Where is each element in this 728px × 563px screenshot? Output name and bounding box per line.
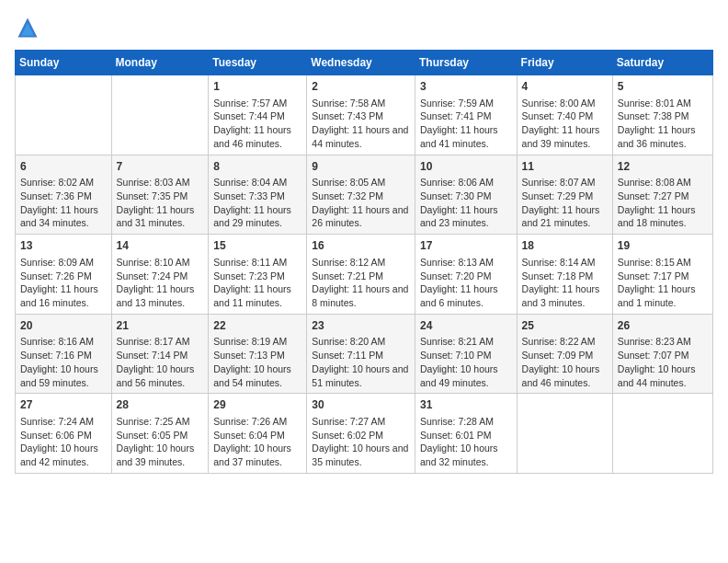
day-number: 12: [618, 159, 708, 175]
day-info: Sunset: 7:18 PM: [522, 270, 608, 283]
calendar-cell: 13Sunrise: 8:09 AMSunset: 7:26 PMDayligh…: [16, 235, 112, 315]
week-row-5: 27Sunrise: 7:24 AMSunset: 6:06 PMDayligh…: [16, 394, 713, 474]
day-info: Sunset: 7:33 PM: [213, 190, 301, 203]
day-info: Sunset: 6:01 PM: [420, 429, 512, 442]
day-number: 8: [213, 159, 301, 175]
day-info: Sunrise: 8:15 AM: [618, 256, 708, 270]
calendar-cell: [612, 394, 712, 474]
calendar-cell: 27Sunrise: 7:24 AMSunset: 6:06 PMDayligh…: [16, 394, 112, 474]
day-info: Sunrise: 8:06 AM: [420, 176, 512, 190]
day-number: 22: [213, 318, 301, 334]
day-info: Sunrise: 8:05 AM: [312, 176, 410, 190]
day-number: 16: [312, 238, 410, 254]
calendar-cell: 20Sunrise: 8:16 AMSunset: 7:16 PMDayligh…: [16, 314, 112, 394]
day-info: Sunset: 7:07 PM: [618, 349, 708, 362]
day-info: Sunrise: 7:57 AM: [213, 97, 301, 110]
day-number: 2: [312, 79, 410, 95]
calendar-cell: 19Sunrise: 8:15 AMSunset: 7:17 PMDayligh…: [612, 235, 712, 315]
day-info: Sunset: 7:40 PM: [522, 109, 608, 123]
calendar-header-row: SundayMondayTuesdayWednesdayThursdayFrid…: [16, 51, 713, 75]
day-number: 9: [312, 159, 410, 175]
day-info: Sunrise: 8:01 AM: [618, 97, 708, 110]
calendar-cell: 3Sunrise: 7:59 AMSunset: 7:41 PMDaylight…: [415, 75, 517, 155]
day-info: Daylight: 11 hours and 21 minutes.: [522, 203, 608, 230]
day-info: Sunset: 6:04 PM: [213, 429, 301, 442]
day-info: Sunset: 7:23 PM: [213, 270, 301, 283]
day-info: Sunrise: 7:59 AM: [420, 97, 512, 110]
day-number: 26: [618, 318, 708, 334]
column-header-sunday: Sunday: [16, 51, 112, 75]
day-info: Daylight: 11 hours and 16 minutes.: [20, 282, 107, 309]
day-number: 13: [20, 238, 107, 254]
calendar-cell: 8Sunrise: 8:04 AMSunset: 7:33 PMDaylight…: [209, 155, 307, 235]
day-number: 19: [618, 238, 708, 254]
column-header-saturday: Saturday: [612, 51, 712, 75]
day-number: 17: [420, 238, 512, 254]
day-info: Daylight: 11 hours and 3 minutes.: [522, 282, 608, 309]
day-info: Daylight: 11 hours and 39 minutes.: [522, 123, 608, 150]
day-number: 25: [522, 318, 608, 334]
calendar-table: SundayMondayTuesdayWednesdayThursdayFrid…: [15, 50, 713, 474]
calendar-cell: 17Sunrise: 8:13 AMSunset: 7:20 PMDayligh…: [415, 235, 517, 315]
day-number: 14: [117, 238, 204, 254]
day-number: 5: [618, 79, 708, 95]
calendar-cell: 2Sunrise: 7:58 AMSunset: 7:43 PMDaylight…: [307, 75, 415, 155]
day-info: Sunrise: 8:02 AM: [20, 176, 107, 190]
column-header-wednesday: Wednesday: [307, 51, 415, 75]
day-info: Sunset: 7:30 PM: [420, 190, 512, 203]
column-header-tuesday: Tuesday: [209, 51, 307, 75]
day-number: 15: [213, 238, 301, 254]
day-info: Daylight: 11 hours and 11 minutes.: [213, 282, 301, 309]
day-info: Daylight: 10 hours and 35 minutes.: [312, 442, 410, 468]
day-info: Sunset: 7:44 PM: [213, 109, 301, 123]
week-row-2: 6Sunrise: 8:02 AMSunset: 7:36 PMDaylight…: [16, 155, 713, 235]
day-number: 18: [522, 238, 608, 254]
day-info: Sunrise: 8:17 AM: [117, 335, 204, 349]
calendar-cell: [111, 75, 209, 155]
week-row-1: 1Sunrise: 7:57 AMSunset: 7:44 PMDaylight…: [16, 75, 713, 155]
page-header: [15, 15, 713, 40]
day-info: Daylight: 11 hours and 13 minutes.: [117, 282, 204, 309]
day-info: Daylight: 11 hours and 18 minutes.: [618, 203, 708, 230]
day-info: Sunrise: 8:13 AM: [420, 256, 512, 270]
day-number: 23: [312, 318, 410, 334]
day-number: 31: [420, 397, 512, 413]
day-number: 11: [522, 159, 608, 175]
calendar-cell: 25Sunrise: 8:22 AMSunset: 7:09 PMDayligh…: [517, 314, 612, 394]
day-info: Daylight: 10 hours and 51 minutes.: [312, 362, 410, 389]
calendar-cell: 15Sunrise: 8:11 AMSunset: 7:23 PMDayligh…: [209, 235, 307, 315]
day-info: Daylight: 11 hours and 34 minutes.: [20, 203, 107, 230]
calendar-cell: [16, 75, 112, 155]
day-number: 10: [420, 159, 512, 175]
calendar-cell: 23Sunrise: 8:20 AMSunset: 7:11 PMDayligh…: [307, 314, 415, 394]
day-info: Sunrise: 8:23 AM: [618, 335, 708, 349]
day-info: Sunrise: 8:19 AM: [213, 335, 301, 349]
calendar-cell: 16Sunrise: 8:12 AMSunset: 7:21 PMDayligh…: [307, 235, 415, 315]
day-number: 27: [20, 397, 107, 413]
day-number: 20: [20, 318, 107, 334]
column-header-friday: Friday: [517, 51, 612, 75]
calendar-cell: 26Sunrise: 8:23 AMSunset: 7:07 PMDayligh…: [612, 314, 712, 394]
day-info: Sunset: 7:38 PM: [618, 109, 708, 123]
day-number: 30: [312, 397, 410, 413]
day-info: Sunset: 7:24 PM: [117, 270, 204, 283]
day-info: Sunset: 7:41 PM: [420, 109, 512, 123]
day-number: 6: [20, 159, 107, 175]
day-info: Sunrise: 8:04 AM: [213, 176, 301, 190]
day-info: Sunset: 6:05 PM: [117, 429, 204, 442]
day-number: 7: [117, 159, 204, 175]
day-number: 29: [213, 397, 301, 413]
calendar-cell: 6Sunrise: 8:02 AMSunset: 7:36 PMDaylight…: [16, 155, 112, 235]
day-info: Sunset: 7:17 PM: [618, 270, 708, 283]
day-info: Daylight: 11 hours and 29 minutes.: [213, 203, 301, 230]
day-info: Sunrise: 8:07 AM: [522, 176, 608, 190]
day-info: Sunset: 7:16 PM: [20, 349, 107, 362]
calendar-cell: 5Sunrise: 8:01 AMSunset: 7:38 PMDaylight…: [612, 75, 712, 155]
day-info: Daylight: 11 hours and 1 minute.: [618, 282, 708, 309]
day-info: Sunrise: 8:12 AM: [312, 256, 410, 270]
day-info: Sunset: 7:11 PM: [312, 349, 410, 362]
day-info: Sunrise: 8:10 AM: [117, 256, 204, 270]
day-info: Daylight: 10 hours and 49 minutes.: [420, 362, 512, 389]
day-info: Sunset: 7:20 PM: [420, 270, 512, 283]
day-info: Sunrise: 8:20 AM: [312, 335, 410, 349]
